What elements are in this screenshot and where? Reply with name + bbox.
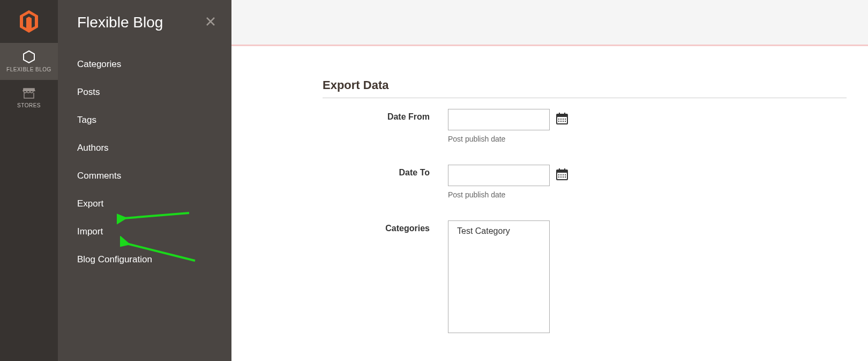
svg-rect-15 — [564, 168, 565, 171]
svg-rect-18 — [563, 174, 564, 175]
svg-rect-14 — [559, 168, 560, 171]
svg-rect-4 — [558, 119, 559, 120]
menu-item-import[interactable]: Import — [77, 218, 212, 246]
categories-multiselect[interactable]: Test Category — [448, 220, 550, 333]
flyout-title: Flexible Blog — [77, 14, 163, 31]
nav-item-flexible-blog[interactable]: FLEXIBLE BLOG — [0, 43, 58, 80]
hexagon-icon — [23, 50, 35, 63]
svg-rect-3 — [564, 113, 565, 115]
svg-rect-16 — [558, 174, 559, 175]
svg-rect-7 — [565, 119, 566, 120]
menu-item-comments[interactable]: Comments — [77, 162, 212, 190]
svg-rect-6 — [563, 119, 564, 120]
menu-item-blog-configuration[interactable]: Blog Configuration — [77, 246, 212, 274]
svg-rect-23 — [565, 176, 566, 178]
svg-rect-11 — [565, 121, 566, 122]
close-flyout-button[interactable] — [206, 17, 215, 28]
nav-label: STORES — [17, 102, 41, 108]
input-date-to[interactable] — [448, 165, 550, 186]
hint-date-from: Post publish date — [448, 135, 568, 143]
top-bar — [231, 0, 868, 46]
label-date-from: Date From — [323, 109, 430, 122]
svg-rect-13 — [557, 170, 567, 173]
menu-item-categories[interactable]: Categories — [77, 50, 212, 78]
calendar-icon — [556, 113, 568, 124]
svg-rect-5 — [560, 119, 562, 120]
menu-item-tags[interactable]: Tags — [77, 106, 212, 134]
menu-item-posts[interactable]: Posts — [77, 78, 212, 106]
admin-sidebar: FLEXIBLE BLOG STORES — [0, 0, 58, 361]
input-date-from[interactable] — [448, 109, 550, 130]
label-date-to: Date To — [323, 165, 430, 178]
section-title-export-data: Export Data — [323, 78, 847, 98]
storefront-icon — [23, 87, 35, 99]
field-categories: Categories Test Category — [323, 220, 868, 333]
svg-rect-10 — [563, 121, 564, 122]
field-date-to: Date To Post publish date — [323, 165, 868, 199]
svg-rect-8 — [558, 121, 559, 122]
hint-date-to: Post publish date — [448, 190, 568, 199]
flyout-header: Flexible Blog — [58, 0, 231, 50]
close-icon — [206, 17, 215, 26]
field-date-from: Date From Post publish date — [323, 109, 868, 143]
flyout-menu: Categories Posts Tags Authors Comments E… — [58, 50, 231, 274]
svg-rect-22 — [563, 176, 564, 178]
calendar-picker-date-from[interactable] — [556, 113, 568, 127]
calendar-icon — [556, 168, 568, 180]
magento-logo[interactable] — [0, 0, 58, 43]
menu-item-authors[interactable]: Authors — [77, 134, 212, 162]
main-content: Export Data Date From Post publish date — [231, 0, 868, 361]
svg-rect-21 — [560, 176, 562, 178]
svg-rect-19 — [565, 174, 566, 175]
svg-rect-20 — [558, 176, 559, 178]
flyout-panel: Flexible Blog Categories Posts Tags Auth… — [58, 0, 231, 361]
nav-label: FLEXIBLE BLOG — [6, 67, 51, 72]
magento-logo-icon — [19, 10, 39, 33]
nav-item-stores[interactable]: STORES — [0, 80, 58, 116]
menu-item-export[interactable]: Export — [77, 190, 212, 218]
label-categories: Categories — [323, 220, 430, 233]
svg-rect-17 — [560, 174, 562, 175]
calendar-picker-date-to[interactable] — [556, 168, 568, 182]
svg-rect-2 — [559, 113, 560, 115]
svg-rect-1 — [557, 114, 567, 117]
select-option[interactable]: Test Category — [448, 221, 549, 241]
svg-rect-9 — [560, 121, 562, 122]
